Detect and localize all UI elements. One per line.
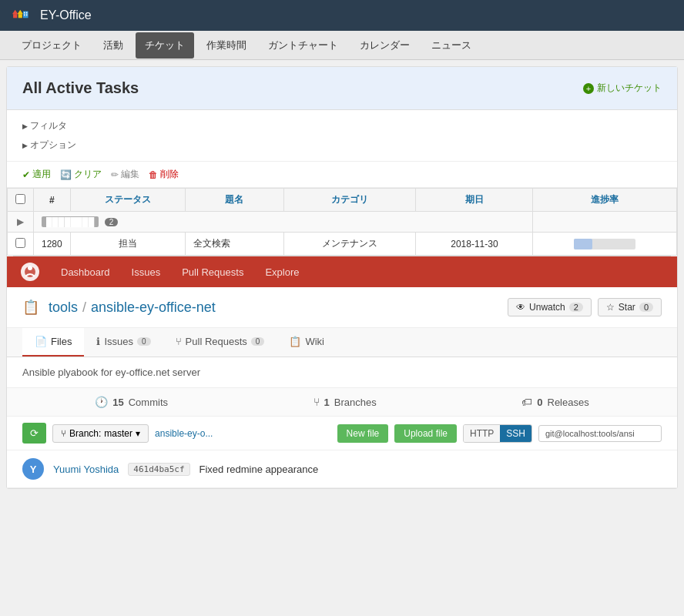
svg-marker-0	[12, 10, 18, 15]
branch-selector[interactable]: ⑂ Branch: master ▾	[52, 424, 149, 443]
col-progress: 進捗率	[533, 189, 677, 212]
tab-issues[interactable]: ℹ Issues 0	[84, 328, 163, 357]
app-title: EY-Office	[40, 8, 92, 22]
branch-label: Branch:	[69, 428, 101, 439]
plus-circle-icon: +	[583, 83, 594, 94]
svg-point-11	[28, 266, 32, 270]
releases-count-item[interactable]: 🏷 0 Releases	[521, 396, 588, 408]
pencil-icon: ✏	[111, 169, 119, 180]
task-category: メンテナンス	[283, 233, 416, 256]
avatar-initial: Y	[30, 464, 37, 475]
commit-row: Y Yuumi Yoshida 461d4ba5cf Fixed redmine…	[7, 450, 677, 488]
files-icon: 📄	[35, 336, 47, 347]
nav-gantt[interactable]: ガントチャート	[259, 32, 347, 59]
http-ssh-toggle: HTTP SSH	[463, 424, 532, 443]
task-due: 2018-11-30	[416, 233, 533, 256]
select-all-checkbox[interactable]	[15, 194, 25, 204]
star-icon: ☆	[606, 302, 615, 313]
gogs-logo-icon	[19, 261, 41, 283]
task-title: 全文検索	[186, 233, 283, 256]
upload-file-button[interactable]: Upload file	[394, 424, 457, 443]
svg-rect-7	[24, 15, 25, 16]
refresh-icon: 🔄	[60, 169, 72, 180]
svg-rect-4	[23, 12, 28, 18]
svg-rect-5	[24, 12, 25, 14]
repo-owner-link[interactable]: tools	[49, 300, 78, 316]
delete-button[interactable]: 🗑 削除	[149, 168, 179, 181]
tasks-section: All Active Tasks + 新しいチケット フィルタ オプション ✔ …	[7, 67, 677, 256]
tab-wiki[interactable]: 📋 Wiki	[277, 328, 337, 357]
star-button[interactable]: ☆ Star 0	[598, 298, 662, 316]
committer-name[interactable]: Yuumi Yoshida	[53, 464, 119, 475]
clone-url[interactable]: git@localhost:tools/ansi	[538, 425, 662, 442]
branch-select-icon: ⑂	[61, 428, 66, 439]
svg-rect-1	[13, 14, 17, 18]
apply-button[interactable]: ✔ 適用	[22, 168, 51, 181]
action-bar: ✔ 適用 🔄 クリア ✏ 編集 🗑 削除	[7, 162, 677, 188]
commit-hash[interactable]: 461d4ba5cf	[128, 463, 189, 476]
eye-icon: 👁	[516, 302, 525, 313]
unwatch-button[interactable]: 👁 Unwatch 2	[508, 298, 592, 316]
http-option[interactable]: HTTP	[464, 425, 500, 442]
row-checkbox[interactable]	[15, 238, 25, 248]
pr-icon: ⑂	[176, 336, 182, 347]
repo-breadcrumb: 📋 tools / ansible-ey-office-net	[22, 299, 216, 316]
gogs-issues[interactable]: Issues	[121, 256, 172, 287]
col-category: カテゴリ	[283, 189, 416, 212]
tag-icon: 🏷	[521, 396, 532, 408]
progress-bar-fill	[574, 239, 592, 249]
repo-link-text[interactable]: ansible-ey-o...	[155, 428, 213, 439]
nav-bar: プロジェクト 活動 チケット 作業時間 ガントチャート カレンダー ニュース	[0, 31, 684, 60]
filter-toggle[interactable]: フィルタ	[22, 116, 662, 136]
tasks-header: All Active Tasks + 新しいチケット	[7, 67, 677, 110]
sync-icon: ⟳	[30, 427, 39, 439]
new-file-button[interactable]: New file	[337, 424, 389, 443]
col-num: #	[34, 189, 71, 212]
progress-bar	[574, 239, 635, 249]
task-id: 1280	[34, 233, 71, 256]
col-title: 題名	[186, 189, 283, 212]
repo-separator: /	[82, 300, 86, 316]
group-label: ████████	[42, 216, 99, 227]
table-group-row: ▶ ████████ 2	[8, 212, 677, 233]
gogs-nav: Dashboard Issues Pull Requests Explore	[7, 256, 677, 287]
nav-activity[interactable]: 活動	[94, 32, 132, 59]
nav-hours[interactable]: 作業時間	[197, 32, 256, 59]
nav-calendar[interactable]: カレンダー	[350, 32, 419, 59]
repo-description: Ansible plyabook for ey-office.net serve…	[7, 357, 677, 388]
filter-section: フィルタ オプション	[7, 110, 677, 162]
nav-tickets[interactable]: チケット	[136, 32, 194, 59]
svg-marker-2	[18, 10, 23, 15]
commit-message: Fixed redmine appearance	[200, 464, 319, 475]
tab-pull-requests[interactable]: ⑂ Pull Requests 0	[163, 328, 277, 357]
nav-news[interactable]: ニュース	[422, 32, 481, 59]
nav-projects[interactable]: プロジェクト	[12, 32, 91, 59]
gogs-logo	[19, 261, 41, 283]
branch-icon: ⑂	[314, 396, 320, 408]
repo-book-icon: 📋	[22, 299, 39, 316]
commits-bar: 🕐 15 Commits ⑂ 1 Branches 🏷 0 Releases	[7, 388, 677, 417]
clear-button[interactable]: 🔄 クリア	[60, 168, 102, 181]
checkmark-icon: ✔	[22, 169, 30, 180]
svg-rect-6	[26, 12, 27, 14]
commits-count-item[interactable]: 🕐 15 Commits	[95, 396, 168, 408]
trash-icon: 🗑	[149, 169, 158, 180]
branches-count-item[interactable]: ⑂ 1 Branches	[314, 396, 377, 408]
new-ticket-button[interactable]: + 新しいチケット	[583, 82, 662, 95]
gogs-pull-requests[interactable]: Pull Requests	[171, 256, 254, 287]
repo-section: 📋 tools / ansible-ey-office-net 👁 Unwatc…	[7, 287, 677, 488]
tab-files[interactable]: 📄 Files	[22, 328, 84, 357]
gogs-dashboard[interactable]: Dashboard	[50, 256, 121, 287]
gogs-explore[interactable]: Explore	[254, 256, 310, 287]
col-due: 期日	[416, 189, 533, 212]
ssh-option[interactable]: SSH	[500, 425, 531, 442]
options-toggle[interactable]: オプション	[22, 136, 662, 155]
pr-badge: 0	[251, 337, 265, 346]
sync-button[interactable]: ⟳	[22, 423, 46, 444]
svg-rect-3	[18, 14, 22, 18]
repo-actions: 👁 Unwatch 2 ☆ Star 0	[508, 298, 662, 316]
repo-name-link[interactable]: ansible-ey-office-net	[91, 300, 216, 316]
commits-icon: 🕐	[95, 396, 108, 408]
edit-button[interactable]: ✏ 編集	[111, 168, 139, 181]
chevron-down-icon: ▾	[136, 428, 140, 439]
